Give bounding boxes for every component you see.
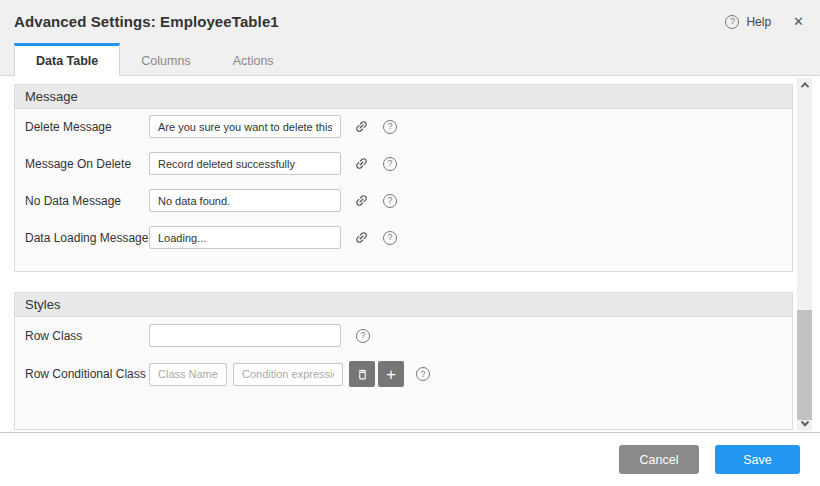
plus-icon: + xyxy=(386,366,396,383)
section-message-title: Message xyxy=(15,85,792,109)
scroll-down-arrow-icon[interactable] xyxy=(797,418,812,431)
delete-condition-button[interactable] xyxy=(349,361,375,387)
help-icon[interactable]: ? xyxy=(356,329,370,343)
tab-data-table[interactable]: Data Table xyxy=(14,43,120,76)
message-on-delete-label: Message On Delete xyxy=(25,157,149,171)
section-styles: Styles Row Class ? Row Conditional Class xyxy=(14,292,793,430)
data-loading-message-input[interactable] xyxy=(149,226,341,249)
data-loading-message-label: Data Loading Message xyxy=(25,231,149,245)
help-link[interactable]: Help xyxy=(746,15,771,29)
help-icon[interactable]: ? xyxy=(383,194,397,208)
help-icon[interactable]: ? xyxy=(383,231,397,245)
help-icon[interactable]: ? xyxy=(383,157,397,171)
tab-columns[interactable]: Columns xyxy=(120,43,211,76)
class-name-input[interactable] xyxy=(149,363,227,386)
field-row-row-class: Row Class ? xyxy=(25,324,792,347)
bind-link-icon[interactable] xyxy=(354,193,369,208)
help-icon[interactable]: ? xyxy=(383,120,397,134)
help-icon[interactable]: ? xyxy=(725,15,739,29)
section-message: Message Delete Message ? Message On Dele… xyxy=(14,84,793,272)
section-message-body: Delete Message ? Message On Delete ? xyxy=(15,109,792,271)
bind-link-icon[interactable] xyxy=(354,156,369,171)
dialog-header: Advanced Settings: EmployeeTable1 ? Help… xyxy=(0,0,820,43)
scroll-up-arrow-icon[interactable] xyxy=(797,78,812,91)
row-conditional-class-label: Row Conditional Class xyxy=(25,367,149,381)
help-icon[interactable]: ? xyxy=(416,367,430,381)
section-styles-body: Row Class ? Row Conditional Class + ? xyxy=(15,317,792,429)
bind-link-icon[interactable] xyxy=(354,119,369,134)
dialog-footer: Cancel Save xyxy=(0,433,820,486)
delete-message-label: Delete Message xyxy=(25,120,149,134)
add-condition-button[interactable]: + xyxy=(378,361,404,387)
bind-link-icon[interactable] xyxy=(354,230,369,245)
cancel-button[interactable]: Cancel xyxy=(619,445,699,474)
save-button[interactable]: Save xyxy=(715,445,800,474)
row-class-label: Row Class xyxy=(25,329,149,343)
condition-expression-input[interactable] xyxy=(233,363,343,386)
field-row-delete-message: Delete Message ? xyxy=(25,115,792,138)
header-actions: ? Help ✕ xyxy=(725,15,804,29)
message-on-delete-input[interactable] xyxy=(149,152,341,175)
section-styles-title: Styles xyxy=(15,293,792,317)
tab-actions[interactable]: Actions xyxy=(212,43,295,76)
field-row-message-on-delete: Message On Delete ? xyxy=(25,152,792,175)
field-row-data-loading-message: Data Loading Message ? xyxy=(25,226,792,249)
tab-content: Message Delete Message ? Message On Dele… xyxy=(0,76,820,433)
tab-bar: Data Table Columns Actions xyxy=(0,43,820,76)
no-data-message-input[interactable] xyxy=(149,189,341,212)
no-data-message-label: No Data Message xyxy=(25,194,149,208)
scrollbar-thumb[interactable] xyxy=(797,310,812,420)
row-class-input[interactable] xyxy=(149,324,341,347)
advanced-settings-dialog: Advanced Settings: EmployeeTable1 ? Help… xyxy=(0,0,820,486)
vertical-scrollbar[interactable] xyxy=(797,78,812,431)
field-row-no-data-message: No Data Message ? xyxy=(25,189,792,212)
delete-message-input[interactable] xyxy=(149,115,341,138)
trash-icon xyxy=(356,368,369,381)
dialog-title: Advanced Settings: EmployeeTable1 xyxy=(14,13,279,30)
close-icon[interactable]: ✕ xyxy=(793,15,804,28)
field-row-row-conditional-class: Row Conditional Class + ? xyxy=(25,361,792,387)
